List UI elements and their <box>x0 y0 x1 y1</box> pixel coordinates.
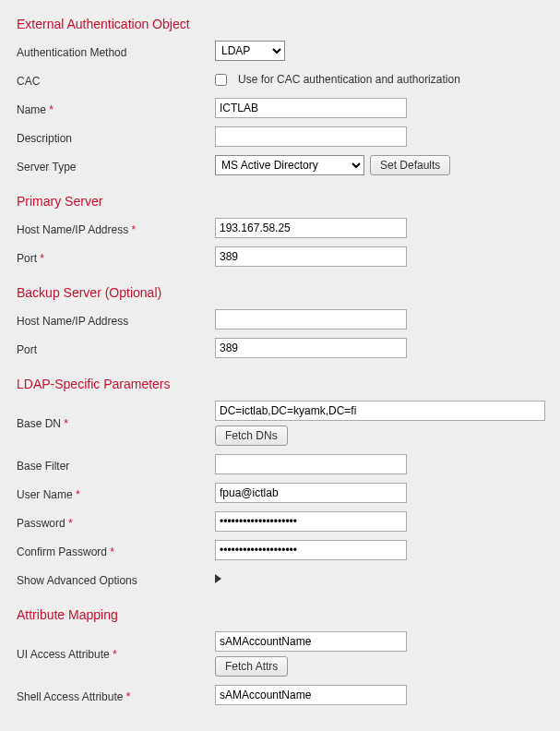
cac-checkbox[interactable] <box>215 74 227 86</box>
backup-host-input[interactable] <box>215 309 407 330</box>
cac-row-label: CAC <box>17 72 215 88</box>
username-label: User Name * <box>17 485 215 501</box>
advanced-options-label: Show Advanced Options <box>17 571 215 587</box>
server-type-select[interactable]: MS Active Directory <box>215 155 364 175</box>
primary-port-input[interactable] <box>215 246 407 267</box>
section-title-primary: Primary Server <box>17 194 543 209</box>
section-title-attr: Attribute Mapping <box>17 607 543 622</box>
ui-access-attr-input[interactable] <box>215 631 407 652</box>
expand-advanced-icon[interactable] <box>215 574 221 583</box>
section-title-ldap: LDAP-Specific Parameters <box>17 377 543 391</box>
confirm-password-label: Confirm Password * <box>17 543 215 558</box>
primary-host-label: Host Name/IP Address * <box>17 221 215 236</box>
base-filter-input[interactable] <box>215 454 407 474</box>
primary-port-label: Port * <box>17 249 215 265</box>
auth-method-label: Authentication Method <box>17 43 215 59</box>
backup-port-label: Port <box>17 341 215 356</box>
backup-host-label: Host Name/IP Address <box>17 312 215 328</box>
password-input[interactable] <box>215 511 407 532</box>
auth-method-select[interactable]: LDAP <box>215 41 285 61</box>
password-label: Password * <box>17 514 215 530</box>
server-type-label: Server Type <box>17 158 215 174</box>
fetch-dns-button[interactable]: Fetch DNs <box>215 425 288 446</box>
name-label: Name * <box>17 101 215 116</box>
name-input[interactable] <box>215 98 407 118</box>
primary-host-input[interactable] <box>215 218 407 238</box>
base-dn-input[interactable] <box>215 401 545 421</box>
shell-access-attr-input[interactable] <box>215 685 407 705</box>
base-dn-label: Base DN * <box>17 401 215 430</box>
ui-access-attr-label: UI Access Attribute * <box>17 631 215 661</box>
shell-access-attr-label: Shell Access Attribute * <box>17 688 215 703</box>
section-title-backup: Backup Server (Optional) <box>17 285 543 300</box>
description-label: Description <box>17 129 215 145</box>
cac-text: Use for CAC authentication and authoriza… <box>238 73 460 86</box>
section-title-ext-auth: External Authentication Object <box>17 17 543 31</box>
fetch-attrs-button[interactable]: Fetch Attrs <box>215 656 288 677</box>
confirm-password-input[interactable] <box>215 540 407 560</box>
base-filter-label: Base Filter <box>17 457 215 473</box>
description-input[interactable] <box>215 126 407 147</box>
backup-port-input[interactable] <box>215 338 407 358</box>
set-defaults-button[interactable]: Set Defaults <box>370 155 450 175</box>
username-input[interactable] <box>215 483 407 503</box>
